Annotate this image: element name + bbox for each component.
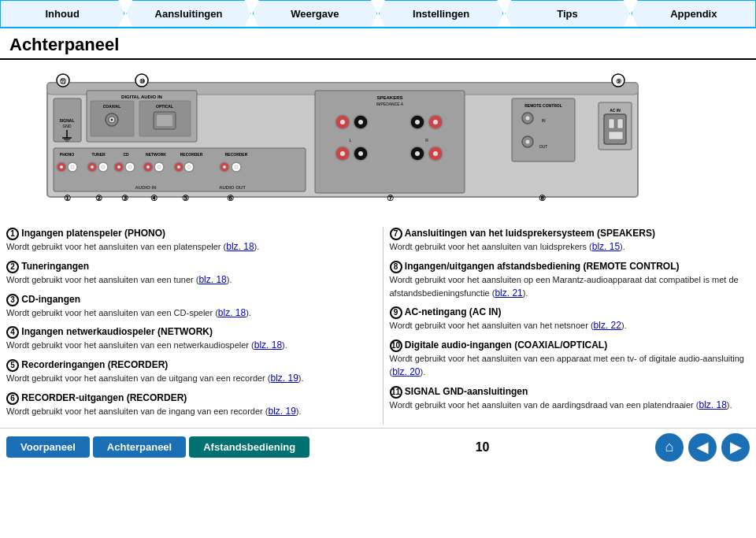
desc-5-title: Recorderingangen (RECORDER) (21, 359, 168, 370)
nav-item-inhoud[interactable]: Inhoud (0, 0, 124, 27)
svg-point-44 (177, 165, 180, 169)
svg-point-34 (102, 165, 105, 169)
achterpaneel-button[interactable]: Achterpaneel (93, 436, 186, 458)
desc-4-suffix: ). (282, 340, 287, 350)
nav-item-weergave[interactable]: Weergave (253, 0, 377, 27)
desc-6-title: RECORDER-uitgangen (RECORDER) (21, 392, 187, 403)
home-button[interactable]: ⌂ (655, 433, 684, 462)
svg-point-57 (340, 120, 345, 124)
voorpaneel-button[interactable]: Voorpaneel (6, 436, 90, 458)
svg-text:L: L (350, 138, 352, 143)
device-svg: SIGNAL GND DIGITAL AUDIO IN COAXIAL OPTI… (6, 63, 750, 209)
svg-point-61 (415, 120, 420, 124)
svg-rect-85 (609, 119, 614, 128)
main-content: SIGNAL GND DIGITAL AUDIO IN COAXIAL OPTI… (0, 63, 756, 425)
svg-point-15 (111, 119, 113, 121)
desc-6-suffix: ). (296, 406, 302, 416)
desc-1-suffix: ). (254, 242, 260, 251)
desc-2-link[interactable]: blz. 18 (198, 274, 226, 285)
desc-7-body: Wordt gebruikt voor het aansluiten van l… (390, 242, 592, 251)
page-title: Achterpaneel (0, 28, 756, 60)
desc-3-title: CD-ingangen (21, 294, 80, 305)
desc-8-link[interactable]: blz. 21 (495, 288, 522, 299)
desc-6-link[interactable]: blz. 19 (268, 406, 295, 417)
svg-point-48 (223, 165, 226, 169)
desc-9-link[interactable]: blz. 22 (594, 320, 621, 331)
forward-button[interactable]: ▶ (721, 433, 750, 462)
desc-1-title: Ingangen platenspeler (PHONO) (21, 228, 165, 239)
nav-item-instellingen[interactable]: Instellingen (379, 0, 503, 27)
svg-point-71 (415, 151, 420, 156)
desc-1-link[interactable]: blz. 18 (226, 241, 254, 252)
svg-point-46 (187, 165, 191, 169)
num-11: 11 (390, 386, 402, 399)
desc-item-1: 1 Ingangen platenspeler (PHONO) Wordt ge… (6, 227, 367, 254)
back-button[interactable]: ◀ (688, 433, 717, 462)
afstandsbediening-button[interactable]: Afstandsbediening (189, 436, 309, 458)
svg-text:⑥: ⑥ (227, 194, 234, 202)
desc-4-title: Ingangen netwerkaudiospeler (NETWORK) (21, 326, 213, 337)
desc-9-title: AC-netingang (AC IN) (405, 306, 502, 317)
svg-rect-86 (617, 119, 623, 128)
svg-text:⑦: ⑦ (387, 194, 394, 202)
desc-9-suffix: ). (621, 321, 627, 330)
svg-point-73 (433, 151, 438, 156)
desc-5-link[interactable]: blz. 19 (271, 373, 298, 384)
svg-text:①: ① (64, 194, 71, 202)
svg-point-28 (60, 165, 63, 169)
svg-text:RECORDER: RECORDER (225, 152, 248, 157)
num-10: 10 (390, 339, 402, 352)
desc-10-link[interactable]: blz. 20 (392, 366, 420, 377)
desc-item-9: 9 AC-netingang (AC IN) Wordt gebruikt vo… (390, 306, 750, 332)
desc-6-body: Wordt gebruikt voor het aansluiten van d… (6, 406, 268, 416)
desc-item-10: 10 Digitale audio-ingangen (COAXIAL/OPTI… (390, 339, 750, 379)
svg-text:R: R (425, 138, 428, 143)
desc-item-11: 11 SIGNAL GND-aansluitingen Wordt gebrui… (390, 385, 750, 412)
device-diagram: SIGNAL GND DIGITAL AUDIO IN COAXIAL OPTI… (6, 63, 750, 221)
desc-item-2: 2 Tuneringangen Wordt gebruikt voor het … (6, 260, 367, 287)
num-6: 6 (6, 392, 19, 405)
svg-text:IMPEDANCE A: IMPEDANCE A (376, 102, 404, 106)
svg-point-50 (235, 165, 238, 169)
desc-4-link[interactable]: blz. 18 (254, 339, 282, 351)
svg-point-67 (340, 151, 345, 156)
desc-11-body: Wordt gebruikt voor het aansluiten van d… (390, 400, 699, 410)
svg-point-40 (146, 165, 150, 169)
nav-item-tips[interactable]: Tips (505, 0, 629, 27)
desc-4-body: Wordt gebruikt voor het aansluiten van e… (6, 340, 254, 350)
navigation-bar: Inhoud Aansluitingen Weergave Instelling… (0, 0, 756, 28)
svg-text:RECORDER: RECORDER (180, 152, 203, 157)
desc-2-title: Tuneringangen (21, 261, 89, 272)
desc-10-suffix: ). (421, 367, 426, 377)
num-2: 2 (6, 261, 19, 273)
svg-point-42 (158, 165, 161, 169)
desc-right: 7 Aansluitingen van het luidsprekersyste… (383, 227, 750, 425)
desc-7-suffix: ). (620, 242, 625, 251)
desc-3-link[interactable]: blz. 18 (218, 307, 246, 318)
svg-text:AC IN: AC IN (610, 108, 621, 113)
svg-point-30 (71, 165, 74, 169)
svg-point-59 (358, 120, 363, 124)
svg-point-38 (128, 165, 132, 169)
nav-item-aansluitingen[interactable]: Aansluitingen (126, 0, 250, 27)
desc-8-title: Ingangen/uitgangen afstandsbediening (RE… (405, 261, 680, 272)
desc-8-suffix: ). (523, 288, 528, 298)
svg-text:⑨: ⑨ (616, 78, 621, 85)
num-9: 9 (390, 306, 402, 319)
svg-text:⑩: ⑩ (139, 78, 145, 85)
desc-3-body: Wordt gebruikt voor het aansluiten van e… (6, 308, 218, 317)
svg-rect-84 (604, 114, 626, 144)
svg-text:⑪: ⑪ (60, 78, 67, 85)
svg-text:PHONO: PHONO (60, 152, 74, 157)
svg-text:IN: IN (542, 118, 546, 123)
desc-11-link[interactable]: blz. 18 (699, 399, 727, 410)
desc-9-body: Wordt gebruikt voor het aansluiten van h… (390, 321, 594, 330)
desc-2-suffix: ). (227, 275, 232, 284)
num-5: 5 (6, 359, 19, 372)
desc-7-title: Aansluitingen van het luidsprekersysteem… (405, 228, 655, 239)
desc-7-link[interactable]: blz. 15 (592, 241, 620, 252)
nav-item-appendix[interactable]: Appendix (632, 0, 756, 27)
desc-8-body: Wordt gebruikt voor het aansluiten op ee… (390, 275, 739, 298)
svg-text:NETWORK: NETWORK (146, 152, 166, 157)
desc-left: 1 Ingangen platenspeler (PHONO) Wordt ge… (6, 227, 373, 425)
